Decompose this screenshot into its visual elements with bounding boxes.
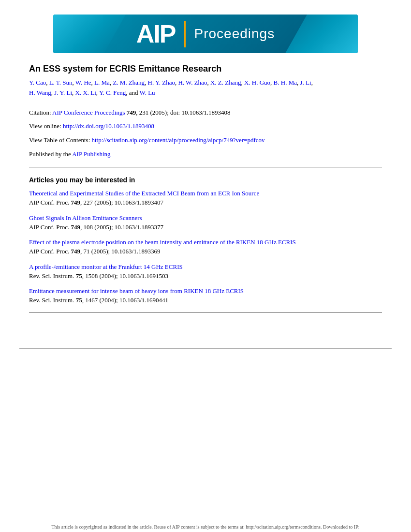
author-hw-zhao[interactable]: H. W. Zhao [178, 79, 207, 86]
related-article-5-title[interactable]: Emittance measurement for intense beam o… [29, 287, 382, 295]
aip-banner: AIP Proceedings [53, 15, 358, 53]
related-article-1-title[interactable]: Theoretical and Experimental Studies of … [29, 190, 382, 197]
author-zm-zhang[interactable]: Z. M. Zhang [113, 79, 145, 86]
author-bh-ma[interactable]: B. H. Ma [274, 79, 297, 86]
doi-link[interactable]: http://dx.doi.org/10.1063/1.1893408 [63, 122, 154, 130]
related-article-2-ref: AIP Conf. Proc. 749, 108 (2005); 10.1063… [29, 222, 382, 232]
citation-block: Citation: AIP Conference Proceedings 749… [29, 107, 382, 119]
main-content: An ESS system for ECRIS Emittance Resear… [0, 53, 411, 348]
related-article-4: A profile-/emittance monitor at the Fran… [29, 263, 382, 281]
related-article-1-ref: AIP Conf. Proc. 749, 227 (2005); 10.1063… [29, 198, 382, 207]
author-xh-guo[interactable]: X. H. Guo [244, 79, 270, 86]
publisher-link[interactable]: AIP Publishing [72, 150, 110, 158]
view-online-block: View online: http://dx.doi.org/10.1063/1… [29, 120, 382, 133]
author-w-lu[interactable]: W. Lu [140, 89, 155, 96]
citation-volume-pages: 749, 231 (2005); doi: 10.1063/1.1893408 [125, 109, 230, 116]
journal-link[interactable]: AIP Conference Proceedings [52, 109, 125, 116]
related-article-4-title[interactable]: A profile-/emittance monitor at the Fran… [29, 263, 382, 271]
author-l-ma[interactable]: L. Ma [94, 79, 110, 86]
related-article-2: Ghost Signals In Allison Emittance Scann… [29, 214, 382, 232]
published-by-label: Published by the [29, 150, 72, 158]
author-xz-zhang[interactable]: X. Z. Zhang [210, 79, 241, 86]
author-w-he[interactable]: W. He [75, 79, 91, 86]
authors-line: Y. Cao, L. T. Sun, W. He, L. Ma, Z. M. Z… [29, 78, 382, 98]
banner-proceedings-text: Proceedings [194, 26, 275, 42]
view-toc-block: View Table of Contents: http://scitation… [29, 134, 382, 147]
related-article-3-ref: AIP Conf. Proc. 749, 71 (2005); 10.1063/… [29, 247, 382, 256]
related-article-2-title[interactable]: Ghost Signals In Allison Emittance Scann… [29, 214, 382, 222]
footer-divider [19, 348, 392, 349]
related-article-3: Effect of the plasma electrode position … [29, 238, 382, 256]
section-divider-top [29, 167, 382, 167]
published-by-block: Published by the AIP Publishing [29, 148, 382, 161]
related-article-1: Theoretical and Experimental Studies of … [29, 190, 382, 207]
citation-label: Citation: [29, 109, 52, 116]
related-article-5: Emittance measurement for intense beam o… [29, 287, 382, 305]
related-article-4-ref: Rev. Sci. Instrum. 75, 1508 (2004); 10.1… [29, 271, 382, 281]
related-articles-heading: Articles you may be interested in [29, 176, 382, 184]
author-h-wang[interactable]: H. Wang [29, 89, 51, 96]
related-article-5-ref: Rev. Sci. Instrum. 75, 1467 (2004); 10.1… [29, 296, 382, 305]
author-y-cao[interactable]: Y. Cao [29, 79, 46, 86]
page-footer: This article is copyrighted as indicated… [0, 523, 411, 532]
footer-text-line1: This article is copyrighted as indicated… [19, 523, 392, 531]
author-j-li[interactable]: J. Li [300, 79, 311, 86]
author-lt-sun[interactable]: L. T. Sun [49, 79, 73, 86]
author-hy-zhao[interactable]: H. Y. Zhao [148, 79, 175, 86]
related-articles-section: Articles you may be interested in Theore… [29, 176, 382, 305]
toc-link[interactable]: http://scitation.aip.org/content/aip/pro… [92, 136, 265, 144]
banner-vertical-divider [184, 21, 186, 47]
article-title: An ESS system for ECRIS Emittance Resear… [29, 64, 382, 74]
author-jy-li[interactable]: J. Y. Li [54, 89, 72, 96]
page-container: AIP Proceedings An ESS system for ECRIS … [0, 15, 411, 532]
section-divider-bottom [29, 312, 382, 312]
view-toc-label: View Table of Contents: [29, 136, 92, 144]
banner-aip-text: AIP [136, 21, 176, 46]
author-xx-li[interactable]: X. X. Li [75, 89, 96, 96]
banner-content: AIP Proceedings [53, 21, 358, 47]
view-online-label: View online: [29, 122, 63, 130]
related-article-3-title[interactable]: Effect of the plasma electrode position … [29, 238, 382, 246]
author-yc-feng[interactable]: Y. C. Feng [99, 89, 126, 96]
